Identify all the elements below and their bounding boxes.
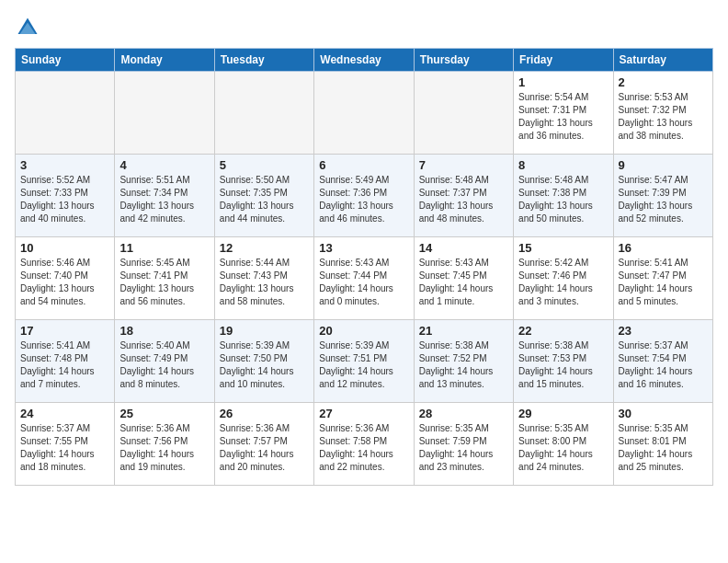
day-info: Sunrise: 5:43 AMSunset: 7:45 PMDaylight:… <box>419 257 508 308</box>
day-number: 5 <box>220 158 309 172</box>
day-number: 22 <box>518 324 608 338</box>
day-number: 10 <box>20 241 109 255</box>
calendar-cell: 25Sunrise: 5:36 AMSunset: 7:56 PMDayligh… <box>115 403 214 486</box>
calendar-cell <box>414 72 513 155</box>
day-info: Sunrise: 5:52 AMSunset: 7:33 PMDaylight:… <box>20 174 109 225</box>
calendar-cell: 23Sunrise: 5:37 AMSunset: 7:54 PMDayligh… <box>613 320 712 403</box>
day-number: 24 <box>20 407 109 420</box>
day-info: Sunrise: 5:41 AMSunset: 7:48 PMDaylight:… <box>20 339 109 391</box>
day-number: 18 <box>119 324 209 338</box>
calendar-cell: 17Sunrise: 5:41 AMSunset: 7:48 PMDayligh… <box>16 320 115 403</box>
day-number: 14 <box>419 241 508 255</box>
calendar-cell: 13Sunrise: 5:43 AMSunset: 7:44 PMDayligh… <box>314 237 414 320</box>
day-number: 16 <box>619 241 708 255</box>
logo-icon <box>15 15 40 40</box>
calendar-cell: 22Sunrise: 5:38 AMSunset: 7:53 PMDayligh… <box>514 320 613 403</box>
day-info: Sunrise: 5:39 AMSunset: 7:50 PMDaylight:… <box>220 339 309 391</box>
day-info: Sunrise: 5:43 AMSunset: 7:44 PMDaylight:… <box>319 257 408 308</box>
day-info: Sunrise: 5:42 AMSunset: 7:46 PMDaylight:… <box>518 257 608 308</box>
day-info: Sunrise: 5:38 AMSunset: 7:53 PMDaylight:… <box>518 339 608 391</box>
calendar-cell: 16Sunrise: 5:41 AMSunset: 7:47 PMDayligh… <box>613 237 712 320</box>
calendar-cell: 14Sunrise: 5:43 AMSunset: 7:45 PMDayligh… <box>414 237 513 320</box>
day-info: Sunrise: 5:38 AMSunset: 7:52 PMDaylight:… <box>419 339 508 391</box>
calendar-cell <box>314 72 414 155</box>
day-number: 20 <box>319 324 408 338</box>
day-number: 17 <box>20 324 109 338</box>
weekday-header-saturday: Saturday <box>613 49 712 72</box>
calendar-cell: 15Sunrise: 5:42 AMSunset: 7:46 PMDayligh… <box>514 237 613 320</box>
day-number: 2 <box>619 75 708 89</box>
day-number: 26 <box>220 407 309 420</box>
calendar-cell: 24Sunrise: 5:37 AMSunset: 7:55 PMDayligh… <box>16 403 115 486</box>
day-info: Sunrise: 5:36 AMSunset: 7:57 PMDaylight:… <box>220 422 309 474</box>
weekday-header-tuesday: Tuesday <box>214 49 313 72</box>
day-number: 11 <box>119 241 209 255</box>
day-info: Sunrise: 5:51 AMSunset: 7:34 PMDaylight:… <box>119 174 209 225</box>
calendar-week-row: 17Sunrise: 5:41 AMSunset: 7:48 PMDayligh… <box>16 320 713 403</box>
day-number: 7 <box>419 158 508 172</box>
calendar-cell: 29Sunrise: 5:35 AMSunset: 8:00 PMDayligh… <box>514 403 613 486</box>
day-number: 6 <box>319 158 408 172</box>
calendar-cell: 28Sunrise: 5:35 AMSunset: 7:59 PMDayligh… <box>414 403 513 486</box>
weekday-header-wednesday: Wednesday <box>314 49 414 72</box>
weekday-header-thursday: Thursday <box>414 49 513 72</box>
day-info: Sunrise: 5:40 AMSunset: 7:49 PMDaylight:… <box>119 339 209 391</box>
day-info: Sunrise: 5:37 AMSunset: 7:54 PMDaylight:… <box>619 339 708 391</box>
calendar-cell <box>16 72 115 155</box>
calendar-week-row: 3Sunrise: 5:52 AMSunset: 7:33 PMDaylight… <box>16 155 713 237</box>
weekday-header-sunday: Sunday <box>16 49 115 72</box>
day-number: 25 <box>119 407 209 420</box>
day-info: Sunrise: 5:36 AMSunset: 7:56 PMDaylight:… <box>119 422 209 474</box>
calendar-cell: 6Sunrise: 5:49 AMSunset: 7:36 PMDaylight… <box>314 155 414 237</box>
page-header <box>15 15 713 40</box>
calendar-cell: 2Sunrise: 5:53 AMSunset: 7:32 PMDaylight… <box>613 72 712 155</box>
calendar-week-row: 24Sunrise: 5:37 AMSunset: 7:55 PMDayligh… <box>16 403 713 486</box>
calendar-table: SundayMondayTuesdayWednesdayThursdayFrid… <box>15 48 713 486</box>
calendar-cell: 9Sunrise: 5:47 AMSunset: 7:39 PMDaylight… <box>613 155 712 237</box>
day-number: 29 <box>518 407 608 420</box>
calendar-cell: 12Sunrise: 5:44 AMSunset: 7:43 PMDayligh… <box>214 237 313 320</box>
day-number: 4 <box>119 158 209 172</box>
day-number: 28 <box>419 407 508 420</box>
day-info: Sunrise: 5:35 AMSunset: 8:01 PMDaylight:… <box>619 422 708 474</box>
calendar-cell: 18Sunrise: 5:40 AMSunset: 7:49 PMDayligh… <box>115 320 214 403</box>
weekday-header-row: SundayMondayTuesdayWednesdayThursdayFrid… <box>16 49 713 72</box>
calendar-cell: 19Sunrise: 5:39 AMSunset: 7:50 PMDayligh… <box>214 320 313 403</box>
day-number: 3 <box>20 158 109 172</box>
day-info: Sunrise: 5:36 AMSunset: 7:58 PMDaylight:… <box>319 422 408 474</box>
day-info: Sunrise: 5:54 AMSunset: 7:31 PMDaylight:… <box>518 91 608 143</box>
day-number: 15 <box>518 241 608 255</box>
calendar-cell: 1Sunrise: 5:54 AMSunset: 7:31 PMDaylight… <box>514 72 613 155</box>
calendar-cell: 20Sunrise: 5:39 AMSunset: 7:51 PMDayligh… <box>314 320 414 403</box>
calendar-cell: 4Sunrise: 5:51 AMSunset: 7:34 PMDaylight… <box>115 155 214 237</box>
day-number: 27 <box>319 407 408 420</box>
day-number: 1 <box>518 75 608 89</box>
day-info: Sunrise: 5:41 AMSunset: 7:47 PMDaylight:… <box>619 257 708 308</box>
weekday-header-monday: Monday <box>115 49 214 72</box>
calendar-cell: 26Sunrise: 5:36 AMSunset: 7:57 PMDayligh… <box>214 403 313 486</box>
day-number: 12 <box>220 241 309 255</box>
calendar-cell: 11Sunrise: 5:45 AMSunset: 7:41 PMDayligh… <box>115 237 214 320</box>
calendar-cell <box>214 72 313 155</box>
day-info: Sunrise: 5:48 AMSunset: 7:38 PMDaylight:… <box>518 174 608 225</box>
calendar-cell: 27Sunrise: 5:36 AMSunset: 7:58 PMDayligh… <box>314 403 414 486</box>
day-info: Sunrise: 5:53 AMSunset: 7:32 PMDaylight:… <box>619 91 708 143</box>
day-number: 9 <box>619 158 708 172</box>
calendar-cell: 10Sunrise: 5:46 AMSunset: 7:40 PMDayligh… <box>16 237 115 320</box>
calendar-cell: 5Sunrise: 5:50 AMSunset: 7:35 PMDaylight… <box>214 155 313 237</box>
day-info: Sunrise: 5:45 AMSunset: 7:41 PMDaylight:… <box>119 257 209 308</box>
day-number: 30 <box>619 407 708 420</box>
calendar-cell: 8Sunrise: 5:48 AMSunset: 7:38 PMDaylight… <box>514 155 613 237</box>
day-info: Sunrise: 5:49 AMSunset: 7:36 PMDaylight:… <box>319 174 408 225</box>
calendar-cell: 7Sunrise: 5:48 AMSunset: 7:37 PMDaylight… <box>414 155 513 237</box>
weekday-header-friday: Friday <box>514 49 613 72</box>
day-number: 21 <box>419 324 508 338</box>
day-info: Sunrise: 5:50 AMSunset: 7:35 PMDaylight:… <box>220 174 309 225</box>
calendar-week-row: 10Sunrise: 5:46 AMSunset: 7:40 PMDayligh… <box>16 237 713 320</box>
calendar-cell: 3Sunrise: 5:52 AMSunset: 7:33 PMDaylight… <box>16 155 115 237</box>
calendar-cell: 30Sunrise: 5:35 AMSunset: 8:01 PMDayligh… <box>613 403 712 486</box>
day-number: 8 <box>518 158 608 172</box>
calendar-cell <box>115 72 214 155</box>
day-info: Sunrise: 5:44 AMSunset: 7:43 PMDaylight:… <box>220 257 309 308</box>
day-info: Sunrise: 5:39 AMSunset: 7:51 PMDaylight:… <box>319 339 408 391</box>
